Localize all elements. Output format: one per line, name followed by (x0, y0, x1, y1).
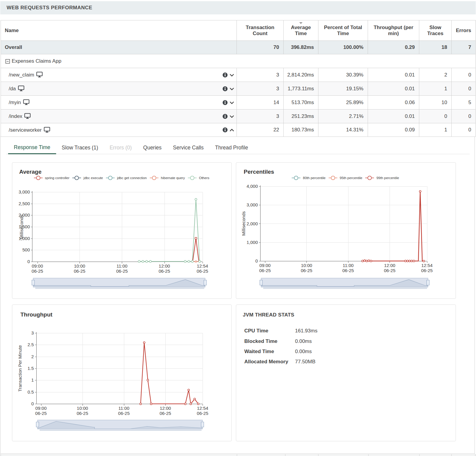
svg-text:12:54: 12:54 (197, 263, 208, 268)
svg-text:12:54: 12:54 (197, 406, 208, 411)
svg-text:10:00: 10:00 (301, 263, 312, 268)
svg-text:11:00: 11:00 (116, 263, 127, 268)
svg-text:3: 3 (31, 330, 34, 335)
svg-text:2: 2 (31, 354, 34, 359)
svg-text:09:00: 09:00 (259, 263, 271, 268)
svg-text:06-25: 06-25 (158, 268, 170, 274)
svg-text:06-25: 06-25 (77, 411, 88, 416)
svg-text:06-25: 06-25 (342, 268, 354, 273)
svg-text:12:00: 12:00 (160, 406, 171, 411)
svg-text:1.5: 1.5 (28, 366, 34, 371)
svg-text:06-25: 06-25 (74, 268, 85, 274)
svg-text:0: 0 (27, 259, 30, 264)
svg-text:0: 0 (255, 258, 258, 263)
svg-text:3,000: 3,000 (246, 202, 258, 207)
svg-text:Transaction Per Minute: Transaction Per Minute (17, 345, 23, 392)
svg-text:2.5: 2.5 (28, 342, 34, 347)
svg-text:06-25: 06-25 (160, 411, 171, 416)
svg-text:4,000: 4,000 (246, 184, 258, 189)
svg-text:2,000: 2,000 (246, 221, 258, 226)
svg-text:09:00: 09:00 (35, 406, 47, 411)
svg-text:12:54: 12:54 (421, 263, 433, 268)
svg-text:06-25: 06-25 (118, 411, 130, 416)
svg-text:06-25: 06-25 (197, 268, 208, 274)
svg-text:11:00: 11:00 (343, 263, 354, 268)
svg-text:12:00: 12:00 (159, 263, 170, 268)
svg-text:10:00: 10:00 (74, 263, 85, 268)
svg-text:09:00: 09:00 (32, 263, 43, 268)
svg-text:1: 1 (31, 377, 34, 382)
svg-text:1,000: 1,000 (246, 240, 258, 245)
svg-text:06-25: 06-25 (259, 268, 271, 273)
svg-text:11:00: 11:00 (119, 406, 129, 411)
svg-text:Milliseconds: Milliseconds (19, 214, 24, 239)
svg-text:06-25: 06-25 (32, 268, 43, 274)
svg-text:06-25: 06-25 (421, 268, 432, 273)
svg-text:2,500: 2,500 (19, 201, 30, 206)
svg-text:0.5: 0.5 (28, 389, 34, 394)
svg-text:12:00: 12:00 (384, 263, 396, 268)
svg-text:06-25: 06-25 (301, 268, 312, 273)
svg-text:3,000: 3,000 (19, 189, 30, 194)
svg-text:06-25: 06-25 (197, 411, 208, 416)
svg-text:Milliseconds: Milliseconds (241, 211, 246, 236)
svg-text:06-25: 06-25 (116, 268, 128, 274)
svg-text:06-25: 06-25 (35, 411, 47, 416)
svg-text:0: 0 (31, 401, 34, 406)
svg-text:06-25: 06-25 (384, 268, 395, 273)
svg-text:500: 500 (22, 247, 30, 252)
svg-text:10:00: 10:00 (77, 406, 88, 411)
